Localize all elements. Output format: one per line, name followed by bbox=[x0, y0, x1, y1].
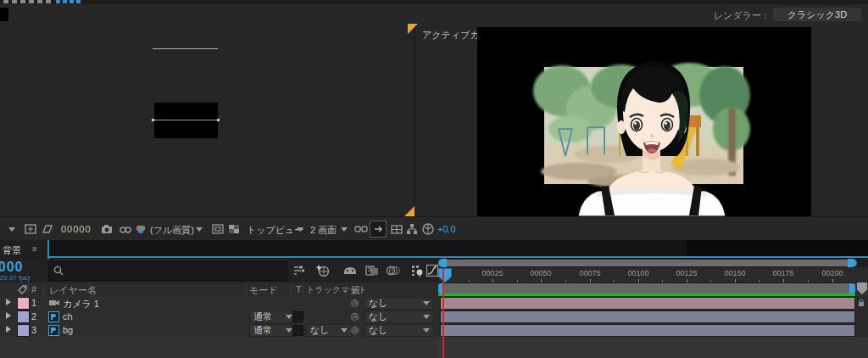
graph-editor-icon[interactable] bbox=[426, 264, 439, 277]
column-hash[interactable]: # bbox=[31, 284, 36, 294]
parent-dropdown[interactable]: なし bbox=[364, 297, 434, 310]
active-view-icon[interactable] bbox=[370, 221, 387, 238]
comp-marker-shield-icon[interactable] bbox=[857, 282, 867, 294]
resolution-dropdown[interactable]: (フル画質) bbox=[150, 224, 194, 237]
mode-value: 通常 bbox=[253, 324, 272, 337]
label-color-swatch[interactable] bbox=[17, 297, 30, 310]
cropped-link-remnant bbox=[56, 0, 81, 3]
timeline-tab[interactable]: 背景 ≡ bbox=[0, 240, 47, 259]
label-color-swatch[interactable] bbox=[17, 324, 30, 337]
layer-bar-ch[interactable] bbox=[440, 310, 855, 323]
work-area-bar[interactable] bbox=[440, 283, 854, 294]
show-snapshot-icon[interactable] bbox=[119, 222, 132, 236]
expand-arrow-icon[interactable] bbox=[6, 326, 11, 333]
frame-blend-icon[interactable] bbox=[364, 264, 380, 277]
composition-frame[interactable] bbox=[477, 27, 811, 216]
grid-guides-icon[interactable] bbox=[211, 222, 225, 236]
navigator-bar[interactable] bbox=[440, 260, 857, 266]
parent-value: なし bbox=[369, 324, 388, 337]
track-area bbox=[438, 296, 868, 358]
layer-bar-bg[interactable] bbox=[440, 324, 855, 337]
track-matte-value: なし bbox=[310, 324, 330, 337]
snapshot-camera-icon[interactable] bbox=[100, 222, 114, 236]
pickwhip-icon[interactable]: ◎ bbox=[351, 324, 359, 335]
column-layer-name[interactable]: レイヤー名 bbox=[49, 284, 97, 297]
draft-3d-icon[interactable] bbox=[315, 263, 331, 278]
navigator-handle-left[interactable] bbox=[438, 259, 447, 267]
pickwhip-icon[interactable]: ◎ bbox=[351, 297, 359, 308]
time-ruler[interactable]: 00025 00050 00075 00100 00125 00150 0017… bbox=[438, 267, 868, 283]
view-dropdown[interactable]: トップビュー bbox=[247, 224, 303, 237]
timeline-tab-other-panels bbox=[687, 240, 868, 256]
region-of-interest-icon[interactable] bbox=[24, 222, 37, 236]
layer-number: 1 bbox=[31, 298, 36, 308]
exposure-shutter-icon[interactable] bbox=[421, 222, 435, 236]
current-timecode[interactable]: 00000 bbox=[0, 260, 24, 275]
transparency-checker-icon[interactable] bbox=[227, 222, 241, 236]
share-view-icon[interactable] bbox=[354, 222, 368, 236]
layer-bar-camera[interactable] bbox=[440, 297, 855, 310]
column-parent[interactable]: 親 bbox=[351, 284, 360, 297]
motion-blur-icon[interactable] bbox=[386, 264, 401, 277]
active-camera-viewport[interactable]: アクティブカメラ bbox=[415, 25, 868, 216]
parent-dropdown[interactable]: なし bbox=[364, 324, 434, 337]
view-caret-icon[interactable] bbox=[297, 227, 303, 232]
wireframe-layer-line[interactable] bbox=[153, 48, 218, 49]
wireframe-handle-right[interactable] bbox=[217, 119, 220, 121]
preserve-transparency-box[interactable] bbox=[292, 311, 303, 322]
preserve-transparency-box[interactable] bbox=[292, 325, 303, 336]
brainstorm-icon[interactable] bbox=[410, 264, 424, 277]
layout-caret-icon[interactable] bbox=[341, 227, 348, 232]
layer-name[interactable]: カメラ 1 bbox=[63, 298, 99, 310]
playhead-icon[interactable] bbox=[438, 268, 452, 282]
layer-search-input[interactable] bbox=[48, 261, 287, 281]
timeline-panel: 背景 ≡ 00000 (29.97 fps) bbox=[0, 240, 868, 358]
renderer-button[interactable]: クラシック3D bbox=[773, 8, 861, 21]
search-icon[interactable] bbox=[53, 265, 64, 277]
layer-row[interactable]: 1 カメラ 1 ◎ なし bbox=[0, 296, 438, 310]
layer-name[interactable]: ch bbox=[63, 311, 73, 322]
exposure-value[interactable]: +0.0 bbox=[437, 224, 456, 234]
viewer-timecode[interactable]: 00000 bbox=[61, 224, 92, 234]
parent-value: なし bbox=[369, 297, 388, 310]
viewer-menu-caret-icon[interactable] bbox=[8, 227, 15, 232]
playhead-line[interactable] bbox=[442, 268, 444, 358]
wireframe-layer-rect[interactable] bbox=[154, 103, 218, 138]
roi-outline-icon[interactable] bbox=[41, 222, 54, 236]
rgb-channels-icon[interactable] bbox=[134, 222, 147, 236]
renderer-label: レンダラー : bbox=[714, 9, 766, 22]
viewer-toolbar: 00000 (フル画質) トップビュー 2 画面 +0.0 bbox=[0, 216, 868, 241]
layer-row[interactable]: 2 ch 通常 ◎ なし bbox=[0, 310, 438, 324]
label-tag-icon[interactable] bbox=[17, 284, 28, 295]
layer-row[interactable]: 3 bg 通常 なし ◎ なし bbox=[0, 323, 438, 338]
pane-corner-bottom-icon bbox=[404, 206, 415, 216]
pickwhip-icon[interactable]: ◎ bbox=[351, 310, 359, 322]
track-area-empty bbox=[438, 337, 868, 358]
label-color-swatch[interactable] bbox=[17, 310, 30, 323]
mode-dropdown[interactable]: 通常 bbox=[249, 310, 297, 323]
resolution-caret-icon[interactable] bbox=[196, 227, 203, 232]
panel-menu-icon[interactable]: ≡ bbox=[32, 244, 37, 254]
fps-label: (29.97 fps) bbox=[0, 274, 30, 282]
column-mode[interactable]: モード bbox=[249, 284, 278, 297]
timeline-tab-label[interactable]: 背景 bbox=[3, 244, 21, 257]
wireframe-handle-left[interactable] bbox=[152, 119, 154, 121]
expand-arrow-icon[interactable] bbox=[6, 312, 11, 319]
layout-dropdown[interactable]: 2 画面 bbox=[310, 224, 337, 237]
top-view-viewport[interactable] bbox=[0, 25, 414, 216]
flowchart-view-icon[interactable] bbox=[405, 222, 419, 236]
layer-name[interactable]: bg bbox=[63, 325, 73, 335]
track-matte-dropdown[interactable]: なし bbox=[306, 324, 352, 337]
master-view-icon[interactable] bbox=[390, 222, 403, 236]
column-t[interactable]: T bbox=[296, 284, 302, 294]
shy-layers-icon[interactable] bbox=[342, 264, 358, 277]
parent-dropdown[interactable]: なし bbox=[364, 310, 434, 323]
mini-flowchart-icon[interactable] bbox=[292, 264, 305, 277]
navigator-handle-right[interactable] bbox=[848, 259, 856, 267]
work-area-handle-right[interactable] bbox=[849, 283, 855, 294]
expand-arrow-icon[interactable] bbox=[6, 299, 11, 305]
wireframe-selected-line[interactable] bbox=[153, 120, 219, 120]
ruler-label: 00050 bbox=[522, 269, 559, 277]
mode-dropdown[interactable]: 通常 bbox=[249, 324, 297, 337]
time-navigator[interactable] bbox=[438, 259, 868, 267]
